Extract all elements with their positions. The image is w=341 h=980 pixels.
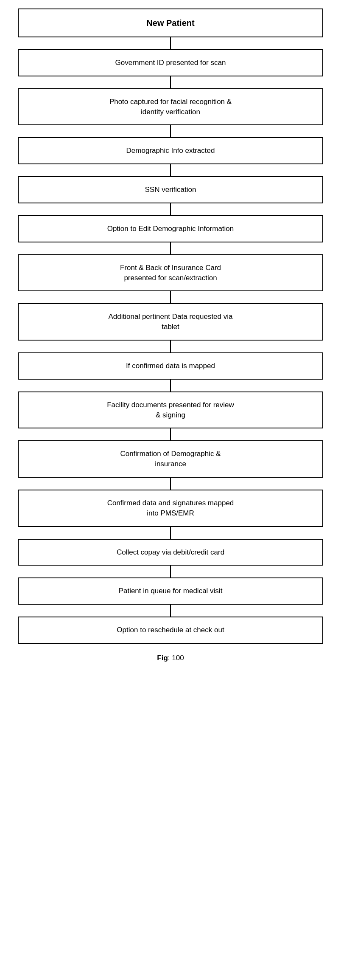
connector-6	[170, 291, 171, 303]
flow-box-reschedule: Option to reschedule at check out	[18, 617, 323, 644]
flow-box-confirm-demo: Confirmation of Demographic &insurance	[18, 440, 323, 478]
connector-11	[170, 527, 171, 539]
connector-0	[170, 37, 171, 49]
fig-bold: Fig	[157, 654, 168, 662]
connector-8	[170, 380, 171, 391]
connector-5	[170, 242, 171, 254]
connector-9	[170, 428, 171, 440]
figure-label: Fig: 100	[157, 654, 184, 662]
connector-10	[170, 478, 171, 490]
connector-3	[170, 164, 171, 176]
flow-box-patient-queue: Patient in queue for medical visit	[18, 577, 323, 605]
flow-box-ssn-verify: SSN verification	[18, 176, 323, 203]
connector-4	[170, 203, 171, 215]
flow-box-additional-data: Additional pertinent Data requested viat…	[18, 303, 323, 341]
flow-box-if-confirmed: If confirmed data is mapped	[18, 352, 323, 380]
connector-2	[170, 125, 171, 137]
flow-box-collect-copay: Collect copay via debit/credit card	[18, 539, 323, 566]
flow-box-edit-demo: Option to Edit Demographic Information	[18, 215, 323, 242]
flow-box-facility-docs: Facility documents presented for review&…	[18, 391, 323, 429]
flow-box-demographic-info: Demographic Info extracted	[18, 137, 323, 164]
flow-container: New PatientGovernment ID presented for s…	[18, 8, 323, 644]
flow-box-new-patient: New Patient	[18, 8, 323, 37]
flow-box-gov-id: Government ID presented for scan	[18, 49, 323, 76]
connector-1	[170, 76, 171, 88]
flow-box-photo-capture: Photo captured for facial recognition &i…	[18, 88, 323, 126]
connector-13	[170, 605, 171, 617]
connector-7	[170, 341, 171, 352]
connector-12	[170, 566, 171, 577]
flow-box-insurance-card: Front & Back of Insurance Cardpresented …	[18, 254, 323, 292]
flow-box-confirmed-mapped: Confirmed data and signatures mappedinto…	[18, 490, 323, 527]
